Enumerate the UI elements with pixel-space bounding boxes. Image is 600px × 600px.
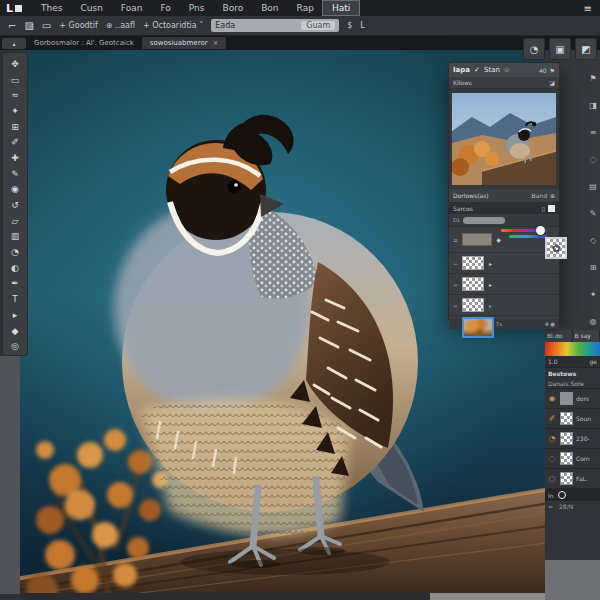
history-brush-tool[interactable]: ↺ <box>5 197 25 213</box>
menu-item-5[interactable]: Pns <box>180 1 214 15</box>
shape-tool[interactable]: ◆ <box>5 323 25 339</box>
menu-item-9-active[interactable]: Hati <box>323 1 359 15</box>
layer-row-empty-1[interactable]: − ▸ <box>449 253 559 274</box>
menu-item-7[interactable]: Bon <box>252 1 287 15</box>
tab-close-icon[interactable]: × <box>213 37 219 49</box>
options-extra-a[interactable]: $ <box>347 21 352 30</box>
gradient-strips[interactable] <box>501 229 547 241</box>
minus-icon[interactable]: − <box>452 302 459 309</box>
star-icon[interactable]: ☆ <box>504 66 510 74</box>
dock-history-button[interactable]: ◔ <box>523 38 545 60</box>
gradient-strip-3[interactable] <box>509 235 547 238</box>
lock-icon[interactable]: ▯ <box>542 205 545 212</box>
layer-row-empty-3[interactable]: − ▸ <box>449 295 559 316</box>
search-go-button[interactable]: Guam <box>301 21 335 30</box>
move-tool[interactable]: ✥ <box>5 56 25 72</box>
layer-row-gradient[interactable]: ▫ ◆ ✿ <box>449 227 559 253</box>
options-icon-b[interactable]: ▭ <box>42 20 51 31</box>
search-input[interactable]: Eada Guam <box>211 19 339 32</box>
dock-panel-icon-6[interactable]: ◇ <box>590 236 596 245</box>
minus-icon[interactable]: − <box>452 281 459 288</box>
expand-arrow-icon-blue[interactable]: ▸ <box>487 302 494 309</box>
options-extra-b[interactable]: L <box>360 21 364 30</box>
layer-row-empty-2[interactable]: − ▸ <box>449 274 559 295</box>
pen-tool[interactable]: ✒ <box>5 276 25 292</box>
empty-layer-thumbnail[interactable] <box>462 277 484 291</box>
list-item[interactable]: ◔ 230- <box>545 429 600 449</box>
dock-panel-icon-2[interactable]: ≡ <box>590 128 597 137</box>
path-select-tool[interactable]: ▸ <box>5 307 25 323</box>
dock-panel-icon-3[interactable]: ◌ <box>590 155 597 164</box>
dock-panel-icon-7[interactable]: ⊞ <box>590 263 597 272</box>
list-item[interactable]: ✐ Soun <box>545 409 600 429</box>
flower-layer-thumbnail[interactable]: ✿ <box>545 237 567 259</box>
dock-panel-icon-4[interactable]: ▤ <box>589 182 597 191</box>
check-icon[interactable]: ✓ <box>474 66 480 74</box>
fill-swatch[interactable] <box>548 205 555 212</box>
zoom-tool[interactable]: ◎ <box>5 338 25 354</box>
dock-panel-icon-9[interactable]: ◍ <box>590 317 597 326</box>
dock-panel-icon-8[interactable]: ✦ <box>590 290 597 299</box>
navigator-panel[interactable] <box>449 89 559 189</box>
clone-stamp-tool[interactable]: ◉ <box>5 182 25 198</box>
tool-preset-icon[interactable]: ⌐ <box>8 20 16 31</box>
menu-item-1[interactable]: Thes <box>32 1 71 15</box>
menu-item-3[interactable]: Foan <box>112 1 152 15</box>
list-item[interactable]: ○ FaL. <box>545 469 600 489</box>
blur-tool[interactable]: ◔ <box>5 244 25 260</box>
layer-swatch[interactable] <box>462 233 492 246</box>
circle-icon[interactable] <box>558 491 566 499</box>
hamburger-menu-icon[interactable]: ≡ <box>584 3 592 14</box>
menu-item-8[interactable]: Rap <box>288 1 323 15</box>
toolbar-collapse-button[interactable]: ▴ <box>2 38 26 49</box>
options-field-a[interactable]: + Goodtif <box>59 21 98 30</box>
expand-arrow-icon[interactable]: ▸ <box>487 281 494 288</box>
minus-icon[interactable]: − <box>452 260 459 267</box>
panel-header[interactable]: Iapa ✓ Stan ☆ 40 ⚑ <box>449 63 559 77</box>
empty-layer-thumbnail[interactable] <box>462 256 484 270</box>
visibility-toggle[interactable]: ▫ <box>452 236 459 243</box>
dock-panel-icon-5[interactable]: ✎ <box>590 209 597 218</box>
color-spectrum-bar[interactable] <box>545 342 600 356</box>
dock-info-button[interactable]: ▣ <box>549 38 571 60</box>
empty-layer-thumbnail[interactable] <box>462 298 484 312</box>
gradient-strip-2[interactable] <box>501 229 547 232</box>
options-field-c[interactable]: + Octoaridtia ˅ <box>143 21 203 30</box>
flag-icon[interactable]: ⚑ <box>550 67 555 74</box>
dock-panel-icon-1[interactable]: ◨ <box>589 101 597 110</box>
marquee-tool[interactable]: ▭ <box>5 72 25 88</box>
quick-select-tool[interactable]: ✦ <box>5 103 25 119</box>
list-item[interactable]: ◌ Com <box>545 449 600 469</box>
document-tab-active[interactable]: sowosiuabmeror × <box>142 37 227 49</box>
add-adjustment-icon[interactable]: ⊕ <box>550 192 555 199</box>
opacity-slider[interactable] <box>463 217 505 224</box>
eyedropper-tool[interactable]: ✐ <box>5 134 25 150</box>
gradient-knob[interactable] <box>536 226 545 235</box>
menu-item-6[interactable]: Boro <box>213 1 252 15</box>
gradient-tool[interactable]: ▥ <box>5 229 25 245</box>
panel-sub-icon[interactable]: ◪ <box>549 79 555 86</box>
list-item[interactable]: ◉ dors <box>545 389 600 409</box>
document-tab-inactive[interactable]: Gorbosmalor : Al'. Geotcaick <box>26 39 142 47</box>
dock-adjust-button[interactable]: ◩ <box>575 38 597 60</box>
lasso-tool[interactable]: ≈ <box>5 87 25 103</box>
panel-tab-label[interactable]: Stan <box>484 66 500 74</box>
crop-tool[interactable]: ⊞ <box>5 119 25 135</box>
options-field-b[interactable]: ⊕ ..aafl <box>106 21 135 30</box>
brush-tool[interactable]: ✎ <box>5 166 25 182</box>
blend-mode-label[interactable]: Band <box>532 192 547 199</box>
menu-item-4[interactable]: Fo <box>151 1 179 15</box>
dodge-tool[interactable]: ◐ <box>5 260 25 276</box>
eq-sign: = <box>548 503 553 510</box>
menu-item-2[interactable]: Cusn <box>71 1 111 15</box>
heal-tool[interactable]: ✚ <box>5 150 25 166</box>
app-logo[interactable]: L <box>6 2 22 15</box>
options-icon-a[interactable]: ▨ <box>24 20 33 31</box>
photo-layer-thumbnail[interactable] <box>462 317 494 338</box>
dock-flag-icon[interactable]: ⚑ <box>589 74 596 83</box>
layer-row-photo-selected[interactable] <box>449 316 559 339</box>
expand-arrow-icon[interactable]: ▸ <box>487 260 494 267</box>
eraser-tool[interactable]: ▱ <box>5 213 25 229</box>
type-tool[interactable]: T <box>5 291 25 307</box>
lr-tab-2[interactable]: B say <box>573 330 600 342</box>
